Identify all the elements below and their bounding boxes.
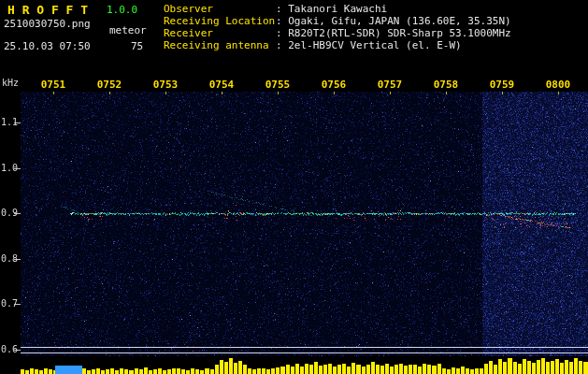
level-bar (101, 370, 105, 374)
level-bar (376, 365, 380, 374)
level-bar (470, 369, 474, 374)
level-bar (181, 369, 185, 374)
info-label: Receiving antenna (164, 39, 276, 51)
level-bar (356, 365, 360, 374)
level-bar (172, 368, 176, 374)
level-bar (252, 369, 256, 374)
app-title: H R O F F T (7, 3, 88, 17)
level-bar (442, 368, 446, 374)
level-bar (555, 359, 559, 374)
level-bar (523, 359, 526, 374)
info-label: Observer (164, 3, 276, 15)
level-bar (234, 363, 237, 374)
level-bar (551, 361, 554, 374)
level-bar (286, 365, 290, 374)
level-bar (238, 361, 242, 374)
level-bar (215, 365, 219, 374)
level-bar (35, 369, 38, 374)
level-bar (110, 368, 114, 374)
time-tick-label: 0751 (41, 79, 66, 91)
level-bar (394, 365, 398, 374)
level-bar (82, 368, 86, 374)
info-label: Receiver (164, 27, 276, 39)
mode-label: meteor (109, 24, 147, 36)
hrofft-output: H R O F F T 1.0.0 2510030750.png meteor … (0, 0, 588, 374)
level-bar (153, 369, 157, 374)
level-bar (423, 364, 426, 374)
level-bar (271, 368, 275, 374)
time-tick-label: 0753 (153, 79, 179, 91)
level-bar (385, 364, 389, 374)
level-bar (475, 368, 479, 374)
info-colon: : (276, 15, 288, 27)
level-bar (362, 367, 366, 374)
app-version: 1.0.0 (107, 4, 137, 16)
level-bar (280, 367, 284, 374)
time-tick-label: 0758 (434, 79, 459, 91)
info-value: 2el-HB9CV Vertical (el. E-W) (288, 39, 461, 51)
level-bar (371, 362, 375, 374)
level-bar (92, 369, 95, 374)
level-bar (437, 364, 441, 374)
freq-tick-label: 0.6 (1, 344, 18, 354)
level-bar (200, 370, 204, 374)
level-bar (452, 367, 455, 374)
level-bar (427, 365, 431, 374)
info-colon: : (276, 3, 288, 15)
level-bar (342, 364, 346, 374)
time-tick-label: 0757 (378, 79, 403, 91)
level-bar (124, 369, 128, 374)
level-bar (456, 368, 460, 374)
level-bar (25, 370, 29, 374)
level-bar (413, 365, 417, 374)
level-bar (537, 360, 540, 374)
level-bar (399, 364, 403, 374)
level-bar (461, 367, 465, 374)
level-bar (163, 370, 166, 374)
level-bar (380, 366, 384, 374)
level-bar (565, 360, 568, 374)
filename: 2510030750.png (4, 18, 91, 30)
time-tick-label: 0754 (209, 79, 235, 91)
level-bar (494, 365, 497, 374)
info-row: Receiver: R820T2(RTL-SDR) SDR-Sharp 53.1… (164, 27, 511, 39)
level-bar (44, 368, 48, 374)
level-bar (21, 369, 24, 374)
info-row: Receiving antenna: 2el-HB9CV Vertical (e… (164, 39, 511, 51)
level-bar (541, 358, 545, 374)
level-bar (337, 365, 341, 374)
level-bar (560, 363, 564, 374)
level-bar (149, 370, 152, 374)
info-label: Receiving Location (164, 15, 276, 27)
freq-tick-label: 0.7 (1, 298, 18, 309)
level-bar (144, 367, 148, 374)
level-bar (574, 358, 578, 374)
info-value: Takanori Kawachi (288, 3, 387, 15)
level-bar (532, 363, 536, 374)
level-marker-cyan (55, 366, 82, 374)
level-bar (305, 364, 308, 374)
level-bar (243, 365, 247, 374)
level-bar (309, 365, 313, 374)
level-bar (139, 369, 143, 374)
level-bar (347, 367, 351, 374)
level-bar (129, 370, 133, 374)
level-bar (390, 367, 394, 374)
level-bar (569, 362, 573, 374)
timestamp: 25.10.03 07:50 (4, 40, 91, 52)
level-bar (328, 364, 332, 374)
freq-tick-label: 0.9 (1, 208, 18, 218)
level-bar (579, 361, 582, 374)
level-bar (351, 363, 355, 374)
level-bar (489, 361, 493, 374)
time-tick-label: 0759 (490, 79, 515, 91)
level-bar (115, 370, 119, 374)
time-tick-label: 0755 (265, 79, 291, 91)
level-bar (224, 362, 228, 374)
level-bar (404, 366, 408, 374)
level-bar (276, 367, 280, 374)
level-bar (186, 370, 190, 374)
time-tick-label: 0756 (322, 79, 347, 91)
level-bar (106, 369, 109, 374)
level-bar (205, 368, 208, 374)
